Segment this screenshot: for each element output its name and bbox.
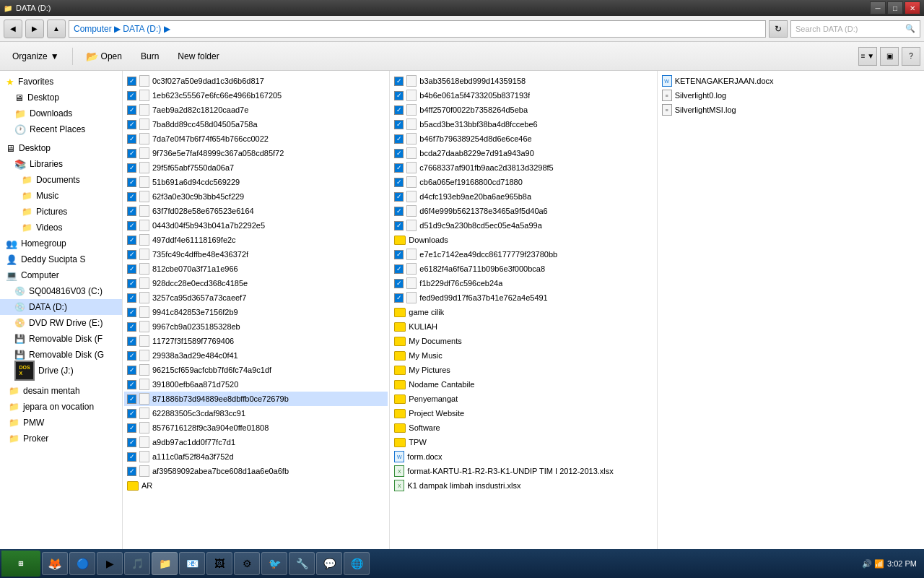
taskbar-icon-2[interactable]: 🔵 <box>69 552 95 575</box>
file-checkbox[interactable]: ✓ <box>394 120 404 129</box>
file-item[interactable]: ✓9941c842853e7156f2b9 <box>124 305 388 319</box>
sidebar-item-desain[interactable]: 📁 desain mentah <box>0 383 122 399</box>
file-checkbox[interactable]: ✓ <box>127 467 136 476</box>
file-checkbox[interactable]: ✓ <box>127 394 136 404</box>
file-checkbox[interactable]: ✓ <box>127 105 136 115</box>
forward-button[interactable]: ▶ <box>25 20 44 38</box>
file-checkbox[interactable]: ✓ <box>394 207 404 216</box>
file-item[interactable]: Xformat-KARTU-R1-R2-R3-K1-UNDIP TIM I 20… <box>391 464 655 478</box>
file-item[interactable]: ✓29938a3ad29e484c0f41 <box>124 348 388 363</box>
start-button[interactable]: ⊞ <box>1 551 40 577</box>
file-checkbox[interactable]: ✓ <box>127 380 136 389</box>
file-item[interactable]: ✓fed9ed99d17f6a37b41e762a4e5491 <box>391 290 655 305</box>
file-item[interactable]: ✓1eb623c55567e6fc66e4966b167205 <box>124 88 388 103</box>
taskbar-icon-12[interactable]: 🌐 <box>344 552 370 575</box>
file-checkbox[interactable]: ✓ <box>127 163 136 173</box>
sidebar-item-desktop-section[interactable]: 🖥 Desktop <box>0 140 122 156</box>
sidebar-item-pmw[interactable]: 📁 PMW <box>0 415 122 431</box>
file-checkbox[interactable]: ✓ <box>127 293 136 303</box>
sidebar-item-desktop[interactable]: 🖥 Desktop <box>0 90 122 105</box>
file-checkbox[interactable]: ✓ <box>127 91 136 100</box>
file-item[interactable]: ✓812cbe070a3f71a1e966 <box>124 262 388 276</box>
file-item[interactable]: Project Website <box>391 406 655 420</box>
file-item[interactable]: My Pictures <box>391 363 655 377</box>
open-button[interactable]: 📂 Open <box>77 45 131 68</box>
file-checkbox[interactable]: ✓ <box>394 149 404 158</box>
taskbar-icon-3[interactable]: ▶ <box>97 552 123 575</box>
file-item[interactable]: ✓b5acd3be313bbf38ba4d8fccebe6 <box>391 117 655 131</box>
file-item[interactable]: ✓3257ca95d3657a73caeef7 <box>124 290 388 305</box>
file-item[interactable]: ✓b3ab35618ebd999d14359158 <box>391 74 655 88</box>
file-checkbox[interactable]: ✓ <box>127 452 136 462</box>
preview-pane-button[interactable]: ▣ <box>880 47 899 66</box>
file-item[interactable]: ✓391800efb6aa871d7520 <box>124 377 388 392</box>
minimize-button[interactable]: ─ <box>870 1 886 14</box>
file-checkbox[interactable]: ✓ <box>127 351 136 361</box>
file-checkbox[interactable]: ✓ <box>127 178 136 187</box>
file-item[interactable]: ✓d6f4e999b5621378e3465a9f5d40a6 <box>391 204 655 218</box>
file-item[interactable]: ✓51b691a6d94cdc569229 <box>124 175 388 189</box>
sidebar-item-pictures[interactable]: 📁 Pictures <box>0 204 122 220</box>
file-item[interactable]: ✓62f3a0e30c9b3bb45cf229 <box>124 189 388 204</box>
sidebar-item-computer[interactable]: 💻 Computer <box>0 267 122 283</box>
sidebar-item-drive-d[interactable]: 💿 DATA (D:) <box>0 299 122 315</box>
file-item[interactable]: AR <box>124 478 388 493</box>
sidebar-item-documents[interactable]: 📁 Documents <box>0 172 122 188</box>
file-checkbox[interactable]: ✓ <box>394 105 404 115</box>
sidebar-item-drive-c[interactable]: 💿 SQ004816V03 (C:) <box>0 283 122 299</box>
file-item[interactable]: ✓b4b6e061a5f4733205b837193f <box>391 88 655 103</box>
file-item[interactable]: ✓7da7e0f47b6f74f654b766cc0022 <box>124 131 388 146</box>
file-item[interactable]: ✓7ba8dd89cc458d04505a758a <box>124 117 388 131</box>
file-item[interactable]: ✓b4ff2570f0022b7358264d5eba <box>391 103 655 117</box>
file-item[interactable]: ✓0443d04f5b943b041a7b2292e5 <box>124 218 388 233</box>
file-checkbox[interactable]: ✓ <box>127 337 136 346</box>
maximize-button[interactable]: □ <box>887 1 903 14</box>
file-item[interactable]: ✓e6182f4a6f6a711b09b6e3f000bca8 <box>391 262 655 276</box>
sidebar-item-recent[interactable]: 🕐 Recent Places <box>0 121 122 137</box>
file-checkbox[interactable]: ✓ <box>127 264 136 274</box>
file-item[interactable]: XK1 dampak limbah insdustri.xlsx <box>391 478 655 493</box>
sidebar-item-favorites[interactable]: ★ Favorites <box>0 74 122 90</box>
sidebar-item-music[interactable]: 📁 Music <box>0 188 122 204</box>
sidebar-item-homegroup[interactable]: 👥 Homegroup <box>0 236 122 251</box>
file-item[interactable]: My Music <box>391 348 655 363</box>
file-checkbox[interactable]: ✓ <box>127 438 136 447</box>
view-options-button[interactable]: ≡ ▼ <box>858 47 877 66</box>
file-item[interactable]: KULIAH <box>391 319 655 334</box>
file-checkbox[interactable]: ✓ <box>127 279 136 288</box>
search-box[interactable]: Search DATA (D:) 🔍 <box>790 20 920 38</box>
taskbar-icon-10[interactable]: 🔧 <box>289 552 315 575</box>
file-item[interactable]: ✓11727f3f1589f7769406 <box>124 334 388 348</box>
file-checkbox[interactable]: ✓ <box>394 293 404 303</box>
file-item[interactable]: Penyemangat <box>391 392 655 406</box>
file-item[interactable]: TPW <box>391 435 655 449</box>
file-item[interactable]: ✓a9db97ac1dd0f77fc7d1 <box>124 435 388 449</box>
sidebar-item-drive-f[interactable]: 💾 Removable Disk (F <box>0 331 122 347</box>
sidebar-item-jepara[interactable]: 📁 jepara on vocation <box>0 399 122 415</box>
file-checkbox[interactable]: ✓ <box>394 264 404 274</box>
file-item[interactable]: ✓af39589092abea7bce608d1aa6e0a6fb <box>124 464 388 478</box>
file-checkbox[interactable]: ✓ <box>127 221 136 230</box>
file-checkbox[interactable]: ✓ <box>127 322 136 332</box>
file-checkbox[interactable]: ✓ <box>127 366 136 375</box>
file-item[interactable]: ✓8576716128f9c3a904e0ffe01808 <box>124 420 388 435</box>
window-controls[interactable]: ─ □ ✕ <box>870 1 920 14</box>
file-item[interactable]: ✓928dcc28e0ecd368c4185e <box>124 276 388 290</box>
file-checkbox[interactable]: ✓ <box>394 221 404 230</box>
close-button[interactable]: ✕ <box>905 1 920 14</box>
file-checkbox[interactable]: ✓ <box>127 149 136 158</box>
taskbar-icon-7[interactable]: 🖼 <box>206 552 232 575</box>
file-item[interactable]: ✓b46f7b796389254d8d6e6ce46e <box>391 131 655 146</box>
file-checkbox[interactable]: ✓ <box>127 409 136 418</box>
file-checkbox[interactable]: ✓ <box>394 192 404 202</box>
file-item[interactable]: My Documents <box>391 334 655 348</box>
sidebar-item-dosbox[interactable]: DOSX Drive (J:) <box>0 363 122 379</box>
file-checkbox[interactable]: ✓ <box>127 134 136 144</box>
file-checkbox[interactable]: ✓ <box>127 77 136 86</box>
taskbar-icon-5[interactable]: 📁 <box>152 552 178 575</box>
file-item[interactable]: ✓0c3f027a50e9dad1c3d6b6d817 <box>124 74 388 88</box>
file-checkbox[interactable]: ✓ <box>394 279 404 288</box>
taskbar-icon-1[interactable]: 🦊 <box>42 552 68 575</box>
file-item[interactable]: ✓d51d9c9a230b8cd5ec05e4a5a99a <box>391 218 655 233</box>
file-checkbox[interactable]: ✓ <box>127 207 136 216</box>
